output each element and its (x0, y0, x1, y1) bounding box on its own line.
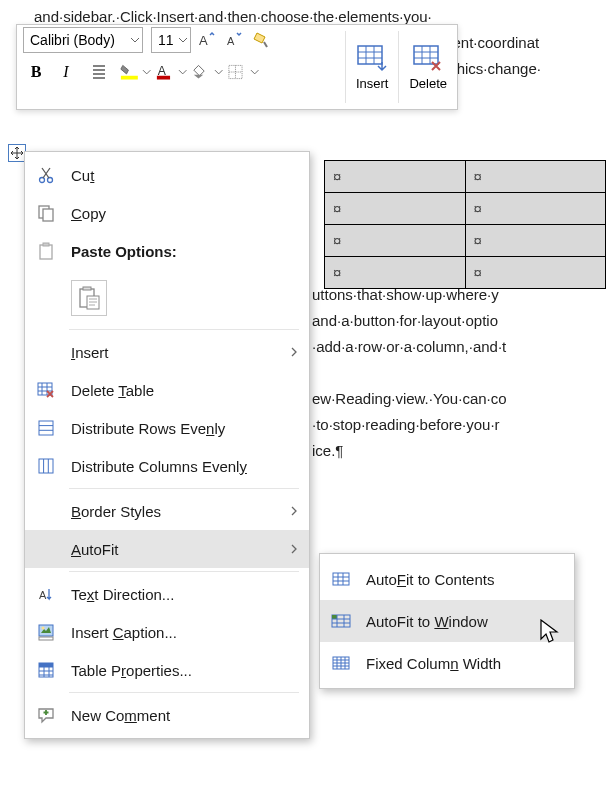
shading-button[interactable] (191, 59, 223, 85)
submenu-arrow-icon (289, 544, 299, 554)
doc-line: ·to·stop·reading·before·you·r (312, 412, 606, 438)
table-cell[interactable]: ¤ (465, 193, 606, 225)
font-color-button[interactable]: A (155, 59, 187, 85)
menu-distribute-columns[interactable]: Distribute Columns Evenly (25, 447, 309, 485)
delete-button[interactable]: Delete (399, 25, 457, 109)
table-cell[interactable]: ¤ (325, 161, 466, 193)
doc-line: ice.¶ (312, 438, 606, 464)
font-name-value: Calibri (Body) (30, 32, 115, 48)
doc-line: aphics·change· (440, 56, 606, 82)
svg-text:A: A (199, 33, 208, 48)
chevron-down-icon (178, 35, 188, 45)
svg-rect-21 (39, 625, 53, 636)
borders-button[interactable] (227, 59, 259, 85)
menu-fixed-column-width[interactable]: Fixed Column Width (320, 642, 574, 684)
doc-line: and·a·button·for·layout·optio (312, 308, 606, 334)
chevron-down-icon (130, 35, 140, 45)
insert-button[interactable]: Insert (346, 25, 399, 109)
menu-text-direction[interactable]: A Text Direction... (25, 575, 309, 613)
svg-rect-12 (40, 245, 52, 259)
chevron-down-icon (178, 67, 187, 77)
mini-toolbar: Calibri (Body) 11 A A B I (16, 24, 458, 110)
shrink-font-button[interactable]: A (221, 27, 247, 53)
svg-text:A: A (158, 64, 167, 78)
menu-border-styles[interactable]: Border Styles (25, 492, 309, 530)
menu-label: AutoFit to Contents (366, 571, 564, 588)
svg-rect-6 (358, 46, 382, 64)
menu-new-comment[interactable]: New Comment (25, 696, 309, 734)
autofit-contents-icon (330, 568, 352, 590)
font-name-dropdown[interactable]: Calibri (Body) (23, 27, 143, 53)
svg-rect-23 (39, 637, 53, 640)
menu-table-properties[interactable]: Table Properties... (25, 651, 309, 689)
doc-line: ment·coordinat (440, 30, 606, 56)
menu-insert[interactable]: Insert (25, 333, 309, 371)
svg-text:A: A (39, 589, 47, 601)
menu-distribute-rows[interactable]: Distribute Rows Evenly (25, 409, 309, 447)
table-cell[interactable]: ¤ (325, 193, 466, 225)
svg-rect-28 (332, 615, 337, 619)
menu-copy[interactable]: Copy (25, 194, 309, 232)
document-table[interactable]: ¤¤ ¤¤ ¤¤ ¤¤ (324, 160, 606, 289)
menu-delete-table[interactable]: Delete Table (25, 371, 309, 409)
menu-label: New Comment (71, 707, 299, 724)
menu-label: Insert (71, 344, 275, 361)
format-painter-button[interactable] (249, 27, 275, 53)
font-size-dropdown[interactable]: 11 (151, 27, 191, 53)
table-cell[interactable]: ¤ (465, 225, 606, 257)
paste-icon (35, 240, 57, 262)
menu-label: Text Direction... (71, 586, 299, 603)
paste-keep-source-button[interactable] (71, 280, 107, 316)
paragraph-spacing-button[interactable] (83, 59, 115, 85)
table-insert-icon (356, 44, 388, 72)
highlight-button[interactable] (119, 59, 151, 85)
context-menu: Cut Copy Paste Options: Insert Delete Ta… (24, 151, 310, 739)
submenu-arrow-icon (289, 506, 299, 516)
svg-rect-11 (43, 209, 53, 221)
fixed-width-icon (330, 652, 352, 674)
svg-text:A: A (227, 35, 235, 47)
svg-rect-26 (333, 573, 349, 585)
table-cell[interactable]: ¤ (325, 257, 466, 289)
menu-autofit-window[interactable]: AutoFit to Window (320, 600, 574, 642)
svg-rect-18 (39, 421, 53, 435)
copy-icon (35, 202, 57, 224)
distribute-rows-icon (35, 417, 57, 439)
bold-button[interactable]: B (23, 59, 49, 85)
paste-options-row (25, 270, 309, 326)
menu-label: Table Properties... (71, 662, 299, 679)
chevron-down-icon (142, 67, 151, 77)
caption-icon (35, 621, 57, 643)
italic-button[interactable]: I (53, 59, 79, 85)
menu-label: AutoFit (71, 541, 275, 558)
doc-line: ew·Reading·view.·You·can·co (312, 386, 606, 412)
menu-label: Fixed Column Width (366, 655, 564, 672)
insert-label: Insert (356, 76, 389, 91)
table-cell[interactable]: ¤ (465, 161, 606, 193)
cut-icon (35, 164, 57, 186)
menu-label: Insert Caption... (71, 624, 299, 641)
menu-label: Copy (71, 205, 299, 222)
menu-insert-caption[interactable]: Insert Caption... (25, 613, 309, 651)
table-cell[interactable]: ¤ (465, 257, 606, 289)
delete-table-icon (35, 379, 57, 401)
svg-rect-25 (39, 663, 53, 667)
comment-icon (35, 704, 57, 726)
table-cell[interactable]: ¤ (325, 225, 466, 257)
table-properties-icon (35, 659, 57, 681)
distribute-cols-icon (35, 455, 57, 477)
menu-label: AutoFit to Window (366, 613, 564, 630)
grow-font-button[interactable]: A (193, 27, 219, 53)
svg-rect-19 (39, 459, 53, 473)
menu-label: Delete Table (71, 382, 299, 399)
menu-label: Distribute Rows Evenly (71, 420, 299, 437)
font-size-value: 11 (158, 32, 174, 48)
svg-point-9 (48, 178, 53, 183)
svg-point-8 (40, 178, 45, 183)
text-direction-icon: A (35, 583, 57, 605)
menu-cut[interactable]: Cut (25, 156, 309, 194)
autofit-submenu: AutoFit to Contents AutoFit to Window Fi… (319, 553, 575, 689)
menu-autofit-contents[interactable]: AutoFit to Contents (320, 558, 574, 600)
menu-label: Border Styles (71, 503, 275, 520)
menu-autofit[interactable]: AutoFit (25, 530, 309, 568)
